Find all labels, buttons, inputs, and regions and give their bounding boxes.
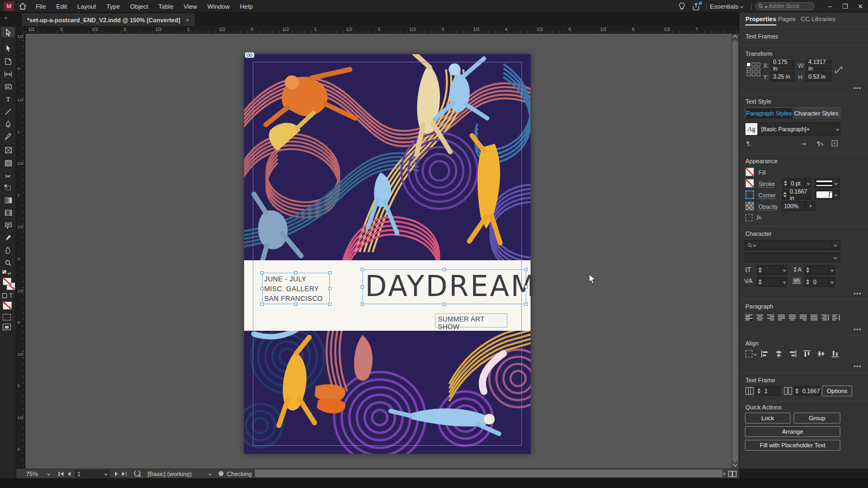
object-states-icon[interactable] (745, 214, 752, 221)
frame-handle[interactable] (294, 303, 297, 306)
dates-text-frame[interactable]: JUNE - JULY MISC. GALLERY SAN FRANCISCO (262, 273, 330, 304)
arrange-button[interactable]: Arrange (745, 426, 840, 437)
restore-button[interactable]: ❐ (838, 0, 853, 12)
align-towards-spine-button[interactable] (820, 313, 829, 322)
apply-none-button[interactable] (3, 301, 12, 310)
frame-handle[interactable] (443, 268, 446, 271)
document-tab[interactable]: *set-up-a-postcard_END_V2.indd @ 150% [C… (22, 14, 195, 26)
align-away-spine-button[interactable] (831, 313, 840, 322)
align-vcenter-button[interactable] (816, 349, 826, 358)
pencil-tool[interactable] (2, 131, 15, 142)
tab-properties[interactable]: Properties (745, 16, 776, 25)
first-page-button[interactable] (59, 472, 63, 476)
kerning-field[interactable] (757, 277, 787, 287)
menu-item[interactable]: Help (240, 3, 253, 10)
ruler-origin-box[interactable] (16, 26, 25, 34)
tab-paragraph-styles[interactable]: Paragraph Styles (745, 108, 793, 119)
direct-selection-tool[interactable] (2, 43, 15, 53)
frame-handle[interactable] (260, 303, 264, 306)
tracking-field[interactable]: 0 (805, 277, 835, 287)
scissors-tool[interactable]: ✂ (2, 171, 15, 182)
pen-tool[interactable] (2, 119, 15, 129)
menu-item[interactable]: File (36, 3, 46, 10)
group-button[interactable]: Group (794, 413, 840, 423)
page-tool[interactable] (2, 56, 15, 67)
justify-center-button[interactable] (788, 313, 797, 322)
spread-view-icon[interactable] (728, 471, 737, 477)
line-tool[interactable] (2, 106, 15, 117)
fill-swatch[interactable] (3, 278, 11, 285)
tab-character-styles[interactable]: Character Styles (793, 108, 840, 119)
menu-item[interactable]: View (184, 3, 197, 10)
fill-swatch[interactable] (745, 168, 754, 176)
columns-field[interactable]: 1 (756, 386, 780, 396)
corner-label[interactable]: Corner (758, 192, 776, 198)
align-center-button[interactable] (755, 313, 764, 322)
opacity-label[interactable]: Opacity (758, 203, 778, 210)
minimize-button[interactable]: – (822, 0, 838, 12)
style-override-icon[interactable]: ¶✎ (817, 140, 824, 147)
scroll-up-icon[interactable] (733, 35, 737, 40)
text-frame-options-button[interactable]: Options (822, 386, 852, 396)
frame-handle[interactable] (525, 285, 528, 288)
swap-fill-stroke-icon[interactable] (2, 270, 8, 275)
w-field[interactable]: 4.1317 in (806, 60, 832, 70)
free-transform-tool[interactable] (2, 183, 15, 193)
justify-left-button[interactable] (777, 313, 786, 322)
corner-options-icon[interactable] (745, 190, 754, 199)
align-right-edges-button[interactable] (788, 349, 797, 358)
h-field[interactable]: 0.53 in (806, 72, 832, 81)
more-options-icon[interactable]: ••• (853, 290, 861, 297)
screen-mode-icon[interactable] (3, 324, 11, 330)
x-field[interactable]: 0.175 in (770, 60, 794, 70)
leading-field[interactable] (805, 265, 835, 275)
frame-handle[interactable] (361, 303, 364, 306)
stroke-style-dropdown[interactable] (815, 178, 840, 188)
fill-placeholder-button[interactable]: Fill with Placeholder Text (745, 440, 840, 451)
pasteboard[interactable]: JUNE - JULY MISC. GALLERY SAN FRANCISCO … (25, 34, 731, 468)
title-text-frame[interactable]: DAYDREAM (362, 269, 526, 304)
note-tool[interactable] (2, 220, 15, 230)
selection-tool[interactable] (2, 27, 15, 37)
vertical-scroll-thumb[interactable] (732, 40, 738, 462)
hand-tool[interactable] (2, 245, 15, 255)
menu-item[interactable]: Edit (56, 3, 67, 10)
content-collector-tool[interactable] (2, 81, 15, 92)
gradient-swatch-tool[interactable] (2, 195, 15, 206)
horizontal-ruler[interactable]: 1/231/221/211/201/211/221/231/241/251/26… (25, 26, 739, 34)
menu-item[interactable]: Table (158, 3, 174, 10)
more-options-icon[interactable]: ••• (853, 326, 861, 332)
paragraph-style-dropdown[interactable]: Ag [Basic Paragraph]+ (745, 123, 840, 136)
frame-handle[interactable] (294, 271, 297, 274)
corner-radius-field[interactable]: 0.1667 in (782, 190, 811, 200)
font-family-dropdown[interactable] (745, 240, 840, 250)
formatting-text-icon[interactable]: T (9, 292, 12, 298)
normal-view-icon[interactable] (3, 314, 11, 320)
menu-item[interactable]: Layout (77, 3, 96, 10)
next-page-button[interactable] (115, 472, 118, 476)
scroll-right-icon[interactable] (722, 472, 725, 476)
page-number-field[interactable]: 1 (75, 470, 110, 478)
gradient-feather-tool[interactable] (2, 208, 15, 218)
more-options-icon[interactable]: ••• (853, 363, 861, 369)
justify-right-button[interactable] (799, 313, 808, 322)
vertical-scrollbar[interactable] (731, 34, 739, 468)
constrain-proportions-icon[interactable] (835, 66, 843, 74)
zoom-tool[interactable] (2, 258, 15, 268)
effects-icon[interactable]: fx. (757, 214, 763, 220)
font-style-dropdown[interactable] (745, 253, 840, 262)
scroll-down-icon[interactable] (733, 462, 737, 466)
align-right-button[interactable] (766, 313, 775, 322)
home-icon[interactable] (19, 2, 27, 12)
swap-arrow-icon[interactable]: ⇄ (8, 271, 11, 276)
opacity-field[interactable]: 100% (781, 201, 805, 211)
menu-item[interactable]: Object (130, 3, 148, 10)
subtitle-text-frame[interactable]: SUMMER ART SHOW (435, 313, 507, 328)
frame-handle[interactable] (525, 303, 528, 306)
frame-handle[interactable] (361, 268, 364, 271)
tab-close-icon[interactable]: × (186, 17, 189, 23)
stroke-weight-field[interactable]: 0 pt (782, 178, 811, 188)
gutter-field[interactable]: 0.1667 (794, 386, 820, 396)
learn-bulb-icon[interactable] (675, 2, 689, 11)
align-top-edges-button[interactable] (802, 349, 812, 358)
